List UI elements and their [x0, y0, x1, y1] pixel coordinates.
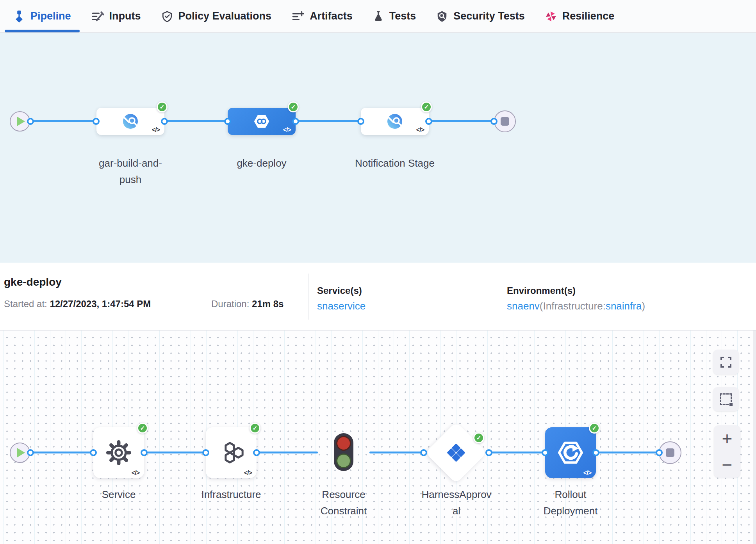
tab-pipeline[interactable]: Pipeline: [3, 0, 81, 32]
tab-label: Pipeline: [30, 10, 71, 22]
red-light: [336, 436, 351, 451]
connector-line: [596, 452, 659, 453]
hexagons-icon: [216, 437, 247, 468]
deploy-stage-icon: [251, 111, 272, 132]
connector-endpoint: [141, 449, 148, 456]
service-value: snaservice: [317, 300, 366, 312]
zoom-controls: + −: [714, 425, 740, 478]
step-label: Infrastructure: [190, 487, 272, 503]
connector-line: [144, 452, 206, 453]
step-label: HarnessApproval: [419, 487, 494, 519]
step-yaml-chip[interactable]: </>: [583, 469, 591, 476]
execution-summary-bar: gke-deploy Started at: 12/27/2023, 1:47:…: [0, 263, 756, 331]
connector-endpoint: [202, 449, 209, 456]
infrastructure-prefix: (Infrastructure:: [540, 300, 606, 312]
connector-endpoint: [292, 118, 299, 125]
stage-graph-canvas: ✓ </> ✓ </> ✓: [0, 33, 756, 263]
connector-line: [429, 120, 494, 122]
success-badge: ✓: [137, 423, 148, 434]
step-card-rollout-deployment[interactable]: ✓ </>: [545, 427, 596, 478]
duration-label: Duration:: [211, 299, 249, 309]
duration-value: 21m 8s: [252, 299, 284, 309]
connector-endpoint: [357, 118, 364, 125]
connector-endpoint: [542, 449, 549, 456]
started-at: Started at: 12/27/2023, 1:47:54 PM: [4, 299, 151, 309]
stage-card-gar-build-and-push[interactable]: ✓ </>: [96, 108, 164, 135]
tab-label: Artifacts: [310, 10, 353, 22]
started-at-value: 12/27/2023, 1:47:54 PM: [50, 299, 151, 309]
connector-line: [257, 452, 318, 453]
connector-line: [489, 452, 545, 453]
success-badge: ✓: [589, 423, 600, 434]
tab-security-tests[interactable]: Security Tests: [426, 0, 535, 32]
green-light: [336, 453, 351, 468]
pipeline-icon: [13, 10, 25, 23]
zoom-in-button[interactable]: +: [714, 425, 740, 452]
step-label: Resource Constraint: [303, 487, 385, 519]
tab-policy-evaluations[interactable]: Policy Evaluations: [151, 0, 282, 32]
success-badge: ✓: [421, 101, 432, 112]
connector-endpoint: [490, 118, 497, 125]
stage-label: gar-build-and-push: [89, 155, 171, 188]
step-resource-constraint-traffic-light-icon[interactable]: [334, 433, 353, 471]
tab-label: Resilience: [562, 10, 615, 22]
tab-label: Policy Evaluations: [178, 10, 272, 22]
environments-label: Environment(s): [507, 285, 576, 296]
flask-icon: [373, 10, 384, 23]
play-icon: [17, 117, 25, 126]
connector-endpoint: [592, 449, 599, 456]
environment-link[interactable]: snaenv: [507, 300, 540, 312]
rollout-icon: [555, 437, 587, 469]
fullscreen-button[interactable]: [713, 350, 739, 375]
stage-yaml-chip[interactable]: </>: [283, 126, 291, 133]
duration: Duration: 21m 8s: [211, 299, 284, 309]
service-link[interactable]: snaservice: [317, 300, 366, 312]
inputs-edit-icon: [91, 10, 104, 23]
tab-resilience[interactable]: Resilience: [535, 0, 625, 32]
tab-inputs[interactable]: Inputs: [81, 0, 151, 32]
connector-line: [164, 120, 228, 122]
services-label: Service(s): [317, 285, 362, 296]
step-card-infrastructure[interactable]: ✓ </>: [206, 427, 257, 478]
connector-line: [30, 452, 93, 453]
connector-line: [369, 452, 424, 453]
connector-endpoint: [656, 449, 663, 456]
stage-label: gke-deploy: [221, 155, 303, 172]
execution-graph-canvas: ✓ </> ✓ </>: [0, 331, 756, 544]
connector-endpoint: [224, 118, 231, 125]
stop-icon: [666, 448, 674, 457]
success-badge: ✓: [288, 101, 299, 112]
step-yaml-chip[interactable]: </>: [244, 469, 252, 476]
success-badge: ✓: [250, 423, 260, 434]
resilience-pinwheel-icon: [545, 10, 557, 23]
connector-endpoint: [93, 118, 100, 125]
tab-tests[interactable]: Tests: [363, 0, 426, 32]
policy-shield-check-icon: [161, 10, 173, 23]
connector-endpoint: [27, 449, 34, 456]
environment-value: snaenv(Infrastructure:snainfra): [507, 300, 645, 312]
connector-endpoint: [161, 118, 168, 125]
started-at-label: Started at:: [4, 299, 47, 309]
scrollbar-track[interactable]: [753, 331, 756, 544]
step-label: Rollout Deployment: [530, 487, 612, 519]
divider: [308, 274, 309, 320]
approval-diamond-icon: [444, 441, 468, 465]
tab-artifacts[interactable]: Artifacts: [282, 0, 363, 32]
play-icon: [17, 448, 25, 457]
gear-icon: [103, 437, 134, 468]
stage-yaml-chip[interactable]: </>: [152, 126, 160, 133]
step-yaml-chip[interactable]: </>: [132, 469, 139, 476]
step-card-service[interactable]: ✓ </>: [93, 427, 144, 478]
stage-yaml-chip[interactable]: </>: [416, 126, 424, 133]
stage-card-gke-deploy[interactable]: ✓ </>: [228, 108, 296, 135]
success-badge: ✓: [473, 432, 484, 443]
tab-label: Tests: [389, 10, 416, 22]
infrastructure-link[interactable]: snainfra: [606, 300, 642, 312]
zoom-out-button[interactable]: −: [714, 452, 740, 478]
stage-card-notification-stage[interactable]: ✓ </>: [361, 108, 429, 135]
selection-mode-button[interactable]: [713, 387, 739, 411]
tab-bar: Pipeline Inputs Policy Evaluations Artif…: [0, 0, 756, 33]
custom-stage-icon: [385, 112, 404, 131]
tab-label: Inputs: [109, 10, 141, 22]
infrastructure-suffix: ): [642, 300, 645, 312]
